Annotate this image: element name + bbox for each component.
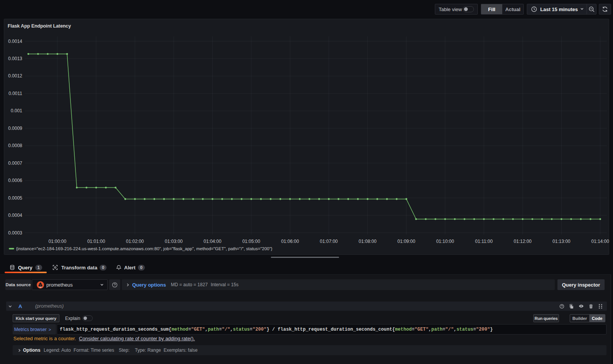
- svg-text:0.0013: 0.0013: [8, 56, 22, 61]
- svg-text:01:13:00: 01:13:00: [552, 239, 570, 244]
- svg-text:01:12:00: 01:12:00: [514, 239, 532, 244]
- svg-text:0.0005: 0.0005: [8, 195, 22, 201]
- svg-text:0.0006: 0.0006: [8, 178, 22, 183]
- svg-text:01:02:00: 01:02:00: [126, 239, 144, 244]
- svg-text:0.0003: 0.0003: [8, 230, 22, 236]
- svg-text:01:08:00: 01:08:00: [359, 239, 377, 244]
- svg-text:0.0014: 0.0014: [8, 39, 22, 44]
- svg-text:01:07:00: 01:07:00: [320, 239, 338, 244]
- svg-text:01:04:00: 01:04:00: [203, 239, 221, 244]
- svg-text:0.0011: 0.0011: [8, 91, 22, 96]
- svg-text:01:11:00: 01:11:00: [475, 239, 493, 244]
- svg-text:01:06:00: 01:06:00: [281, 239, 299, 244]
- svg-text:01:09:00: 01:09:00: [397, 239, 415, 244]
- svg-text:01:03:00: 01:03:00: [165, 239, 183, 244]
- svg-text:01:01:00: 01:01:00: [87, 239, 105, 244]
- svg-text:01:14:00: 01:14:00: [591, 239, 609, 244]
- svg-text:0.0009: 0.0009: [8, 126, 22, 131]
- svg-text:0.0008: 0.0008: [8, 143, 22, 148]
- svg-text:0.0007: 0.0007: [8, 161, 22, 166]
- svg-text:0.0004: 0.0004: [8, 213, 22, 218]
- svg-text:0.0012: 0.0012: [8, 73, 22, 79]
- svg-text:01:10:00: 01:10:00: [436, 239, 454, 244]
- svg-text:01:05:00: 01:05:00: [242, 239, 260, 244]
- svg-text:0.001: 0.001: [11, 108, 22, 113]
- svg-text:01:00:00: 01:00:00: [48, 239, 66, 244]
